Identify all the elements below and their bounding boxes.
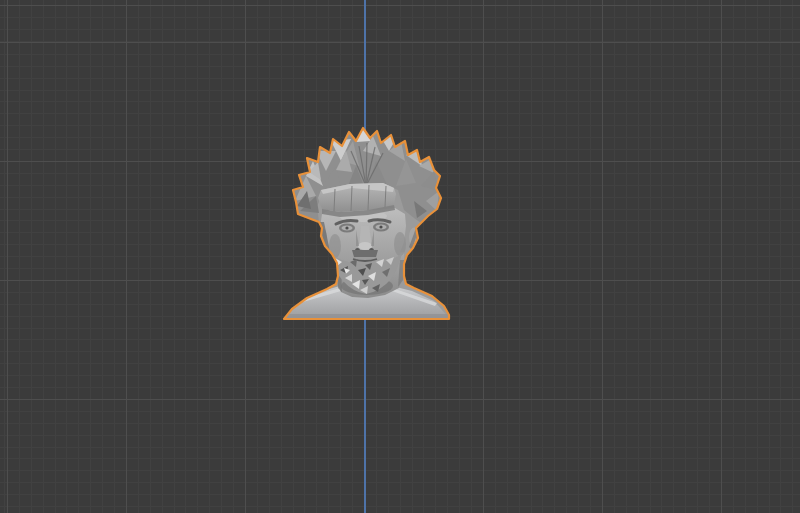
right-pupil [379, 225, 382, 228]
3d-viewport[interactable] [0, 0, 800, 513]
selected-head-model[interactable] [278, 124, 454, 324]
left-pupil [345, 226, 348, 229]
head-bust-svg [278, 124, 454, 324]
mustache [352, 250, 378, 257]
